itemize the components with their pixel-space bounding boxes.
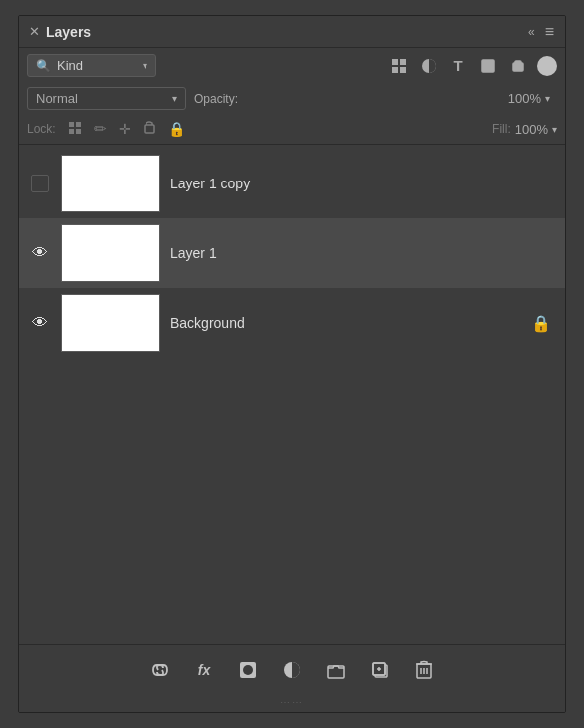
svg-rect-11 <box>76 129 81 134</box>
layer-item[interactable]: Layer 1 copy <box>19 149 565 218</box>
panel-menu-button[interactable]: ≡ <box>545 23 555 41</box>
fill-chevron-icon: ▾ <box>552 124 557 135</box>
adjustment-filter-icon[interactable] <box>418 55 439 77</box>
lock-pixels-button[interactable] <box>64 119 86 140</box>
fx-button[interactable]: fx <box>191 657 217 683</box>
layer-visibility-toggle[interactable]: 👁 <box>29 244 51 262</box>
svg-point-14 <box>243 665 253 675</box>
opacity-input[interactable]: 100% ▾ <box>242 88 557 109</box>
svg-rect-12 <box>145 125 154 133</box>
drag-dots-icon: ⋯⋯ <box>280 697 304 708</box>
opacity-value-text: 100% <box>508 91 541 106</box>
filter-icons-group: T <box>162 55 557 77</box>
pixel-filter-icon[interactable] <box>388 55 410 77</box>
lock-paint-button[interactable]: ✏ <box>90 118 111 140</box>
svg-rect-10 <box>69 129 74 134</box>
svg-rect-2 <box>392 67 398 73</box>
adjustment-layer-button[interactable] <box>279 657 305 683</box>
fill-input[interactable]: 100% ▾ <box>515 122 557 137</box>
layer-name: Background <box>170 315 521 331</box>
smartobject-filter-icon[interactable] <box>507 55 529 77</box>
eye-icon: 👁 <box>32 314 48 332</box>
svg-rect-3 <box>400 67 406 73</box>
svg-rect-5 <box>482 60 494 72</box>
lock-move-button[interactable]: ✛ <box>115 119 135 139</box>
layer-thumbnail <box>61 224 160 282</box>
search-icon: 🔍 <box>36 59 51 73</box>
svg-rect-1 <box>400 59 406 65</box>
svg-rect-7 <box>515 61 521 65</box>
layer-thumbnail <box>61 155 160 212</box>
opacity-group: Opacity: 100% ▾ <box>194 88 557 109</box>
lock-artboard-button[interactable] <box>139 119 160 140</box>
fill-value-text: 100% <box>515 122 548 137</box>
lock-label: Lock: <box>27 122 56 136</box>
drag-handle: ⋯⋯ <box>19 694 565 712</box>
lock-row: Lock: ✏ ✛ 🔒 Fill: 100% ▾ <box>19 114 565 145</box>
bottom-toolbar: fx <box>19 644 565 694</box>
svg-rect-0 <box>392 59 398 65</box>
layer-name: Layer 1 copy <box>170 176 555 191</box>
panel-title: Layers <box>40 24 528 40</box>
layer-item[interactable]: 👁 Layer 1 <box>19 218 565 288</box>
collapse-icon[interactable]: « <box>528 25 535 39</box>
kind-dropdown[interactable]: 🔍 Kind ▾ <box>27 54 156 77</box>
lock-all-button[interactable]: 🔒 <box>164 119 189 139</box>
title-bar: ✕ Layers « ≡ <box>19 16 565 48</box>
delete-layer-button[interactable] <box>411 657 437 683</box>
new-layer-button[interactable] <box>367 657 393 683</box>
group-button[interactable] <box>323 657 349 683</box>
layer-item[interactable]: 👁 Background 🔒 <box>19 288 565 358</box>
layers-list: Layer 1 copy 👁 Layer 1 👁 Background 🔒 <box>19 145 565 644</box>
blend-opacity-row: Normal ▾ Opacity: 100% ▾ <box>19 83 565 114</box>
opacity-label: Opacity: <box>194 92 238 106</box>
close-button[interactable]: ✕ <box>29 24 40 39</box>
kind-label: Kind <box>57 58 83 73</box>
add-mask-button[interactable] <box>235 657 261 683</box>
filter-toggle-button[interactable] <box>537 56 557 76</box>
fill-group: Fill: 100% ▾ <box>492 122 557 137</box>
filter-row: 🔍 Kind ▾ T <box>19 48 565 83</box>
layer-visibility-toggle[interactable]: 👁 <box>29 314 51 332</box>
layer-visibility-toggle[interactable] <box>29 175 51 192</box>
link-layers-button[interactable] <box>147 657 173 683</box>
type-filter-icon[interactable]: T <box>447 55 469 77</box>
layers-panel: ✕ Layers « ≡ 🔍 Kind ▾ <box>18 15 566 713</box>
blend-mode-value: Normal <box>36 91 78 106</box>
fill-label: Fill: <box>492 122 511 136</box>
layer-lock-icon: 🔒 <box>531 314 551 333</box>
opacity-chevron-icon: ▾ <box>545 93 550 104</box>
eye-hidden-icon <box>31 175 49 192</box>
shape-filter-icon[interactable] <box>477 55 499 77</box>
eye-icon: 👁 <box>32 244 48 262</box>
blend-mode-dropdown[interactable]: Normal ▾ <box>27 87 186 110</box>
kind-chevron-icon: ▾ <box>143 60 147 71</box>
svg-rect-8 <box>69 122 74 127</box>
blend-mode-chevron-icon: ▾ <box>172 93 177 104</box>
layer-thumbnail <box>61 294 160 352</box>
layer-name: Layer 1 <box>170 245 555 261</box>
svg-rect-9 <box>76 122 81 127</box>
